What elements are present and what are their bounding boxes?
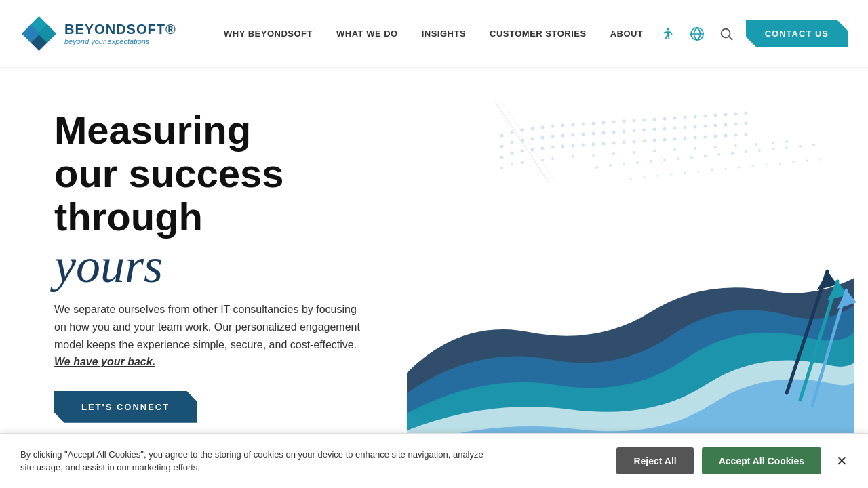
svg-point-77	[684, 137, 687, 140]
svg-point-120	[657, 175, 659, 177]
svg-point-23	[643, 119, 646, 122]
accept-cookies-button[interactable]: Accept All Cookies	[702, 447, 821, 474]
svg-point-24	[653, 118, 656, 121]
svg-line-7	[729, 37, 732, 40]
hero-script-title: yours	[54, 238, 407, 294]
svg-point-132	[820, 159, 822, 161]
reject-cookies-button[interactable]: Reject All	[616, 447, 693, 474]
svg-point-107	[677, 157, 679, 160]
hero-section: Measuring our success through yours We s…	[0, 68, 868, 488]
svg-point-34	[500, 145, 504, 148]
svg-point-29	[704, 115, 707, 118]
svg-point-118	[630, 178, 632, 180]
logo[interactable]: BEYONDSOFT® beyond your expectations	[20, 15, 197, 52]
svg-point-62	[531, 148, 534, 152]
svg-point-108	[690, 156, 693, 159]
svg-point-130	[793, 161, 795, 163]
svg-point-113	[758, 149, 761, 152]
svg-point-27	[684, 116, 687, 119]
svg-point-48	[643, 129, 646, 132]
hero-cta: LET'S CONNECT	[54, 391, 407, 423]
svg-point-30	[714, 114, 717, 117]
svg-point-85	[511, 163, 513, 165]
svg-point-12	[531, 127, 534, 131]
svg-point-31	[724, 113, 728, 117]
svg-point-25	[663, 117, 667, 121]
svg-point-56	[724, 123, 728, 127]
svg-point-105	[650, 160, 652, 163]
svg-point-59	[500, 156, 504, 159]
svg-point-90	[592, 154, 595, 157]
svg-point-13	[541, 126, 545, 129]
svg-point-60	[511, 152, 514, 155]
svg-point-22	[633, 119, 636, 123]
hero-content: Measuring our success through yours We s…	[54, 95, 407, 423]
svg-point-76	[673, 138, 677, 141]
close-cookie-banner-button[interactable]: ✕	[836, 453, 848, 469]
svg-point-10	[511, 131, 514, 134]
svg-point-79	[704, 136, 707, 139]
svg-point-68	[592, 143, 595, 146]
svg-point-72	[633, 140, 636, 144]
accessibility-icon[interactable]	[658, 24, 677, 43]
svg-point-44	[602, 131, 606, 135]
globe-icon[interactable]	[688, 24, 707, 43]
svg-point-93	[653, 150, 656, 152]
svg-point-32	[734, 113, 738, 116]
svg-point-21	[623, 120, 626, 123]
svg-point-67	[582, 144, 585, 147]
svg-point-37	[531, 138, 534, 141]
svg-point-51	[673, 127, 677, 130]
svg-point-102	[609, 164, 612, 167]
svg-point-127	[752, 165, 754, 167]
svg-point-122	[684, 172, 686, 174]
navbar: BEYONDSOFT® beyond your expectations WHY…	[0, 0, 868, 68]
svg-point-84	[500, 167, 503, 169]
hero-visual	[407, 95, 827, 488]
search-icon[interactable]	[717, 24, 736, 43]
svg-point-19	[602, 121, 606, 125]
svg-point-78	[694, 136, 697, 140]
svg-point-128	[766, 164, 768, 166]
svg-point-100	[785, 140, 788, 143]
svg-point-20	[612, 121, 616, 124]
svg-point-116	[799, 145, 802, 148]
svg-point-71	[623, 141, 626, 144]
svg-point-42	[582, 133, 585, 136]
svg-point-66	[572, 144, 575, 148]
cookie-banner: By clicking "Accept All Cookies", you ag…	[0, 433, 868, 488]
svg-point-110	[717, 153, 720, 156]
svg-point-6	[721, 28, 730, 37]
svg-point-83	[745, 133, 748, 136]
svg-point-98	[755, 143, 757, 146]
hero-link[interactable]: We have your back.	[54, 356, 155, 367]
svg-point-92	[633, 151, 635, 154]
contact-button[interactable]: CONTACT US	[746, 20, 848, 47]
svg-point-16	[572, 123, 575, 127]
nav-insights[interactable]: INSIGHTS	[422, 28, 466, 39]
svg-point-45	[612, 131, 616, 134]
svg-point-17	[582, 123, 585, 126]
svg-point-80	[714, 135, 717, 138]
svg-point-57	[734, 123, 738, 126]
svg-point-95	[694, 147, 696, 150]
svg-point-14	[551, 125, 555, 128]
svg-point-40	[561, 134, 565, 138]
svg-point-125	[725, 168, 727, 170]
nav-about[interactable]: ABOUT	[610, 28, 644, 39]
nav-what[interactable]: WHAT WE DO	[336, 28, 398, 39]
svg-point-50	[663, 127, 667, 131]
svg-point-4	[667, 27, 669, 30]
nav-stories[interactable]: CUSTOMER STORIES	[490, 28, 587, 39]
svg-point-9	[500, 134, 504, 138]
svg-point-91	[612, 152, 615, 155]
svg-point-129	[779, 163, 781, 165]
svg-point-99	[772, 142, 774, 144]
svg-point-39	[551, 135, 555, 138]
svg-point-119	[644, 176, 646, 178]
svg-point-49	[653, 128, 656, 131]
svg-point-101	[595, 166, 598, 169]
svg-point-88	[551, 157, 554, 160]
lets-connect-button[interactable]: LET'S CONNECT	[54, 391, 197, 423]
nav-why[interactable]: WHY BEYONDSOFT	[224, 28, 313, 39]
